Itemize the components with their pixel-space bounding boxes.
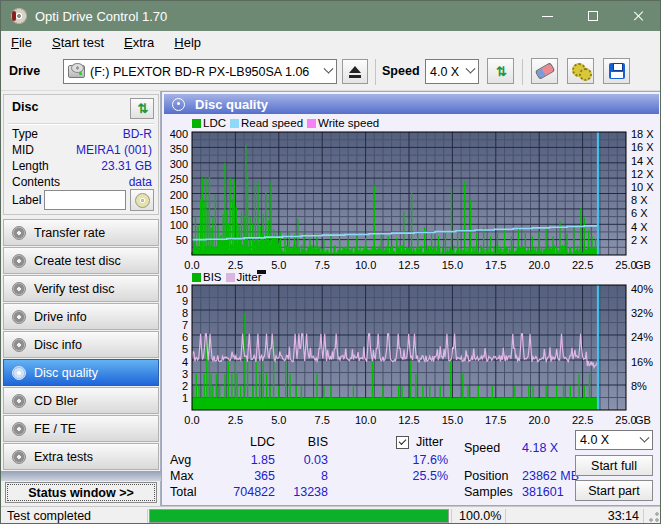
save-button[interactable] (603, 58, 630, 84)
sidebar-item-label: Disc info (34, 338, 82, 352)
svg-text:16 X: 16 X (631, 141, 654, 153)
sidebar-item-label: Extra tests (34, 450, 93, 464)
svg-text:0.0: 0.0 (184, 414, 199, 426)
sidebar-item-cd-bler[interactable]: CD Bler (3, 387, 159, 414)
samples-stat-label: Samples (464, 485, 513, 499)
close-button[interactable] (616, 1, 661, 31)
row-total-label: Total (170, 485, 196, 499)
disc-label-button[interactable] (130, 189, 154, 211)
disc-icon (12, 254, 26, 268)
sidebar: Disc ⇅ TypeBD-R MIDMEIRA1 (001) Length23… (1, 91, 161, 506)
sidebar-item-verify-test-disc[interactable]: Verify test disc (3, 275, 159, 302)
floppy-save-icon (609, 63, 625, 79)
disc-icon (12, 338, 26, 352)
menu-extra[interactable]: Extra (114, 33, 164, 52)
write-speed-legend-swatch (307, 119, 316, 128)
sidebar-item-label: Disc quality (34, 366, 98, 380)
legend-marker (257, 270, 266, 274)
maximize-icon (588, 11, 598, 21)
svg-text:200: 200 (170, 189, 188, 201)
sidebar-item-transfer-rate[interactable]: Transfer rate (3, 219, 159, 246)
bis-legend-swatch (192, 273, 201, 282)
tools-button[interactable] (567, 58, 594, 84)
chart2-legend: BIS Jitter (192, 271, 261, 283)
samples-stat-value: 381601 (522, 485, 564, 499)
main-panel: Disc quality LDC Read speed Write speed … (161, 91, 661, 506)
sidebar-item-drive-info[interactable]: Drive info (3, 303, 159, 330)
svg-text:7.5: 7.5 (315, 414, 330, 426)
bis-jitter-chart: 1098765432140%32%24%16%8%0.02.55.07.510.… (162, 283, 661, 431)
svg-text:2.5: 2.5 (228, 414, 243, 426)
svg-text:20.0: 20.0 (528, 414, 549, 426)
sidebar-divider (1, 471, 161, 481)
svg-text:22.5: 22.5 (572, 259, 593, 271)
svg-text:5: 5 (182, 343, 188, 355)
sidebar-item-fe-te[interactable]: FE / TE (3, 415, 159, 442)
sidebar-item-disc-quality[interactable]: Disc quality (3, 359, 159, 386)
svg-text:1: 1 (182, 392, 188, 404)
speed-stat-value: 4.18 X (522, 441, 558, 455)
svg-text:25.0: 25.0 (615, 414, 636, 426)
window-title: Opti Drive Control 1.70 (35, 9, 167, 24)
menu-file[interactable]: File (1, 33, 42, 52)
avg-bis: 0.03 (304, 453, 328, 467)
erase-disc-button[interactable] (531, 58, 558, 84)
disc-length-label: Length (12, 159, 49, 173)
sidebar-item-extra-tests[interactable]: Extra tests (3, 443, 159, 470)
speed-stat-label: Speed (464, 441, 500, 455)
progress-percent: 100.0% (459, 509, 501, 523)
checkmark-icon (399, 437, 407, 445)
disc-length-value: 23.31 GB (101, 159, 152, 173)
sidebar-item-create-test-disc[interactable]: Create test disc (3, 247, 159, 274)
drive-label: Drive (9, 64, 40, 78)
position-stat-label: Position (464, 469, 508, 483)
svg-text:12 X: 12 X (631, 168, 654, 180)
refresh-arrows-icon: ⇅ (496, 64, 505, 79)
minimize-icon (542, 16, 553, 17)
svg-text:16%: 16% (631, 356, 653, 368)
elapsed-time: 33:14 (608, 509, 639, 523)
disc-icon (12, 282, 26, 296)
svg-text:18 X: 18 X (631, 130, 654, 140)
speed-select[interactable]: 4.0 X (425, 59, 479, 84)
sidebar-item-disc-info[interactable]: Disc info (3, 331, 159, 358)
start-full-button[interactable]: Start full (575, 455, 653, 476)
ldc-legend-swatch (192, 119, 201, 128)
jitter-checkbox[interactable] (396, 436, 409, 449)
progress-fill (150, 510, 448, 522)
avg-ldc: 1.85 (251, 453, 275, 467)
menu-start-test[interactable]: Start test (42, 33, 114, 52)
start-part-button[interactable]: Start part (575, 480, 653, 501)
refresh-button[interactable]: ⇅ (487, 58, 514, 84)
svg-text:10: 10 (176, 283, 188, 295)
svg-text:24%: 24% (631, 331, 653, 343)
menu-help[interactable]: Help (164, 33, 211, 52)
jitter-checkbox-label: Jitter (416, 435, 443, 449)
svg-text:0.0: 0.0 (184, 259, 199, 271)
svg-text:400: 400 (170, 130, 188, 140)
status-bar: Test completed 100.0% 33:14 (1, 506, 661, 524)
disc-refresh-button[interactable]: ⇅ (130, 98, 154, 119)
svg-text:250: 250 (170, 173, 188, 185)
minimize-button[interactable] (524, 1, 570, 31)
svg-text:32%: 32% (631, 307, 653, 319)
chevron-down-icon (466, 64, 476, 74)
svg-text:15.0: 15.0 (442, 414, 463, 426)
svg-text:8 X: 8 X (631, 194, 648, 206)
drive-select-value: (F:) PLEXTOR BD-R PX-LB950SA 1.06 (90, 65, 309, 79)
disc-label-input[interactable] (44, 190, 126, 210)
test-speed-select[interactable]: 4.0 X (575, 430, 653, 450)
svg-text:10.0: 10.0 (355, 259, 376, 271)
disc-icon (12, 366, 26, 380)
max-ldc: 365 (254, 469, 275, 483)
svg-text:17.5: 17.5 (485, 414, 506, 426)
status-window-button[interactable]: Status window >> (5, 482, 157, 503)
resize-grip[interactable] (648, 511, 660, 523)
total-bis: 13238 (293, 485, 328, 499)
avg-jitter: 17.6% (413, 453, 448, 467)
eject-button[interactable] (342, 59, 368, 84)
svg-text:2.5: 2.5 (228, 259, 243, 271)
drive-select[interactable]: (F:) PLEXTOR BD-R PX-LB950SA 1.06 (63, 59, 337, 84)
maximize-button[interactable] (570, 1, 616, 31)
svg-text:100: 100 (170, 219, 188, 231)
